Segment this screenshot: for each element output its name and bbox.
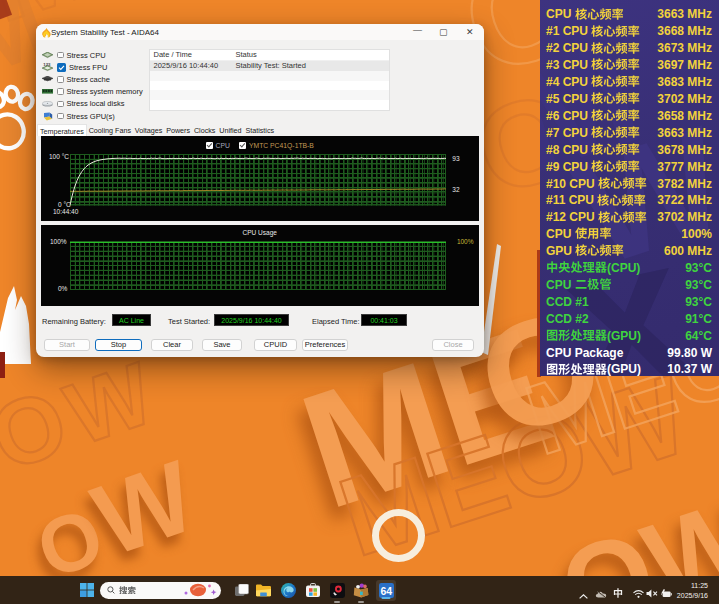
svg-text:64: 64	[380, 584, 392, 596]
